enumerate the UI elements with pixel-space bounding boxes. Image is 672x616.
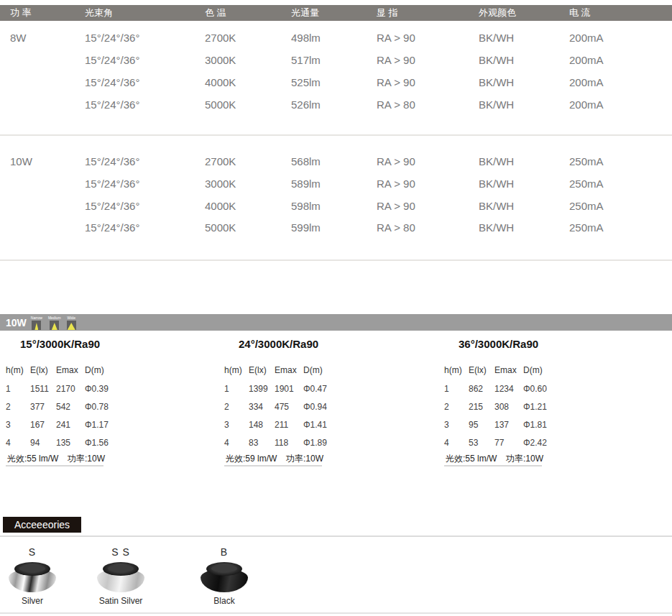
table-footer: 光效:55 lm/W 功率:10W [446,453,543,465]
cell: Φ2.42 [523,438,559,448]
cell: Φ0.78 [85,402,121,412]
spec-row: 15°/24°/36° 3000K 589lm RA > 90 BK/WH 25… [10,178,672,190]
finish-cell: BK/WH [479,32,569,44]
beam-cell: 15°/24°/36° [85,54,205,66]
cell: 53 [469,438,494,448]
flux-cell: 598lm [291,200,377,212]
beam-cell: 15°/24°/36° [85,200,205,212]
spec-row: 15°/24°/36° 4000K 598lm RA > 90 BK/WH 25… [10,200,672,212]
accessory-code: S [0,546,68,561]
spec-row: 15°/24°/36° 3000K 517lm RA > 90 BK/WH 20… [10,54,672,66]
beam-cell: 15°/24°/36° [85,221,205,234]
cell: 2170 [56,384,85,394]
flux-cell: 498lm [291,32,377,44]
flux-cell: 589lm [291,178,377,190]
photometric-table-title: 15°/3000K/Ra90 [20,338,100,350]
table-row: 4 53 77 Φ2.42 [444,438,559,448]
finish-cell: BK/WH [479,76,569,88]
power-value: 功率:10W [286,453,323,465]
table-row: 3 95 137 Φ1.81 [444,420,559,430]
current-cell: 250mA [569,155,672,167]
cell: 215 [469,402,494,412]
cell: 1399 [249,384,275,394]
cell: 3 [6,420,30,430]
medium-beam-icon [50,321,59,330]
spec-table-header: 功 率 光束角 色 温 光通量 显 指 外观颜色 电 流 [0,5,672,21]
power-cell [10,221,85,234]
table-underline [444,465,542,466]
cri-cell: RA > 90 [377,32,479,44]
table-footer: 光效:55 lm/W 功率:10W [7,453,105,465]
cell: Φ0.60 [523,384,559,394]
power-cell [10,76,85,88]
photometric-table-title: 36°/3000K/Ra90 [459,338,538,350]
col-emax: Emax [56,365,85,375]
cell: 1 [6,384,30,394]
table-row: 3 148 211 Φ1.41 [224,420,339,430]
table-row: 2 334 475 Φ0.94 [224,402,339,412]
cell: 211 [275,420,303,430]
table-underline [224,465,322,466]
accessory-name: Satin Silver [85,596,157,606]
cell: 4 [6,438,30,448]
col-h: h(m) [444,365,469,375]
cri-cell: RA > 90 [377,54,479,66]
col-header-finish-color: 外观颜色 [479,6,569,19]
cell: 3 [224,420,249,430]
cell: 83 [249,438,275,448]
beam-cell: 15°/24°/36° [85,76,205,88]
cell: Φ1.81 [523,420,559,430]
cell: Φ0.47 [303,384,339,394]
cct-cell: 5000K [205,98,291,111]
beam-mode-icons: Narrow Medium Wide [31,315,76,330]
photometric-table-header: h(m) E(lx) Emax D(m) [224,365,339,375]
datasheet-page: 功 率 光束角 色 温 光通量 显 指 外观颜色 电 流 8W 15°/24°/… [0,0,672,616]
finish-cell: BK/WH [479,221,569,234]
col-header-color-temp: 色 温 [205,6,291,19]
beam-mode-medium: Medium [48,316,61,330]
efficacy-value: 光效:55 lm/W [7,453,68,465]
cell: 4 [224,438,249,448]
narrow-beam-icon [32,321,41,330]
accessory-code: S S [85,546,157,561]
table-row: 2 377 542 Φ0.78 [6,402,121,412]
finish-cell: BK/WH [479,98,569,111]
flux-cell: 526lm [291,98,377,111]
cell: 77 [494,438,523,448]
col-h: h(m) [224,365,249,375]
efficacy-value: 光效:59 lm/W [226,453,286,465]
col-e: E(lx) [30,365,56,375]
finish-cell: BK/WH [479,178,569,190]
cell: 135 [56,438,85,448]
col-header-current: 电 流 [569,6,672,19]
power-cell: 8W [10,32,85,44]
col-emax: Emax [275,365,303,375]
cell: Φ0.94 [303,402,339,412]
spec-row: 15°/24°/36° 5000K 599lm RA > 80 BK/WH 25… [10,221,672,234]
beam-mode-wide: Wide [67,316,76,330]
power-cell [10,98,85,111]
cell: 1234 [494,384,523,394]
spec-row: 8W 15°/24°/36° 2700K 498lm RA > 90 BK/WH… [10,32,672,44]
cct-cell: 3000K [205,54,291,66]
group-divider-line [0,134,672,136]
cell: Φ1.41 [303,420,339,430]
spec-row: 15°/24°/36° 4000K 525lm RA > 90 BK/WH 20… [10,76,672,88]
accessories-section-label: Acceeeories [3,517,81,533]
current-cell: 200mA [569,54,672,66]
cct-cell: 4000K [205,200,291,212]
photometric-table-header: h(m) E(lx) Emax D(m) [6,365,121,375]
photometric-table-15deg: 15°/3000K/Ra90 h(m) E(lx) Emax D(m) 1 15… [6,335,178,472]
page-bottom-line [0,612,672,614]
spec-row: 15°/24°/36° 5000K 526lm RA > 80 BK/WH 20… [10,98,672,111]
cell: 377 [30,402,56,412]
cell: 2 [444,402,469,412]
table-row: 1 862 1234 Φ0.60 [444,384,559,394]
col-header-luminous-flux: 光通量 [291,6,377,19]
col-header-power: 功 率 [10,6,85,19]
power-cell: 10W [10,155,85,167]
cct-cell: 4000K [205,76,291,88]
col-e: E(lx) [249,365,275,375]
finish-cell: BK/WH [479,155,569,167]
table-row: 2 215 308 Φ1.21 [444,402,559,412]
